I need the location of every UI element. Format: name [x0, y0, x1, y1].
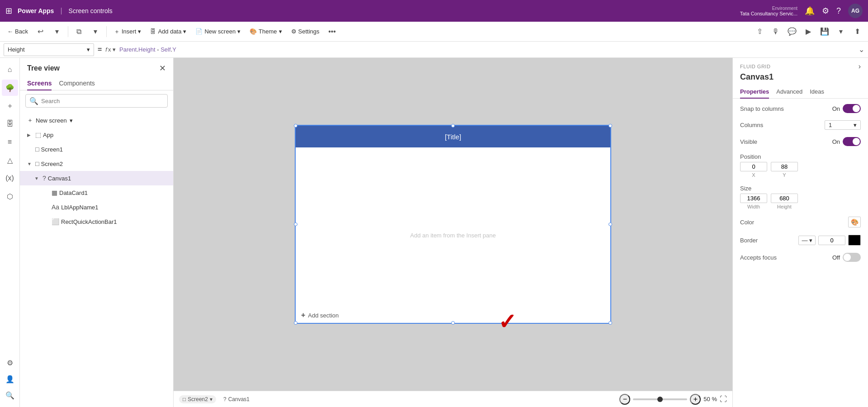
right-tab-advanced[interactable]: Advanced	[776, 85, 802, 99]
tab-components[interactable]: Components	[59, 77, 94, 90]
app-title: Power Apps	[18, 7, 54, 14]
search-input[interactable]	[41, 98, 164, 104]
avatar[interactable]: AG	[848, 4, 863, 18]
data-icon-btn[interactable]: 🗄	[2, 116, 18, 132]
screen-badge[interactable]: □ Screen2 ▾	[179, 395, 216, 403]
tree-item-screen2[interactable]: ▼ □ Screen2	[20, 156, 173, 171]
share-button[interactable]: ⇧	[752, 24, 767, 39]
tree-item-app[interactable]: ▶ ⬚ App	[20, 128, 173, 142]
handle-tr[interactable]	[609, 124, 612, 128]
size-inputs	[740, 194, 861, 203]
zoom-in-button[interactable]: +	[690, 394, 701, 405]
formula-expand-icon[interactable]: ⌄	[859, 45, 864, 54]
undo-button[interactable]: ↩	[33, 24, 48, 39]
prop-snap-to-columns: Snap to columns On	[740, 104, 861, 113]
copy-button[interactable]: ⧉	[72, 24, 86, 39]
toolbar-divider-1	[68, 26, 68, 37]
mic-button[interactable]: 🎙	[769, 24, 783, 39]
right-panel-expand-icon[interactable]: ›	[859, 62, 861, 71]
insert-icon-btn[interactable]: ＋	[2, 98, 18, 114]
visible-label: Visible	[740, 138, 757, 145]
tree-item-screen1[interactable]: □ Screen1	[20, 142, 173, 156]
media-icon-btn[interactable]: △	[2, 152, 18, 168]
zoom-slider[interactable]	[633, 398, 687, 400]
accepts-focus-toggle[interactable]	[843, 253, 861, 262]
back-button[interactable]: ← Back	[4, 26, 32, 37]
theme-icon: 🎨	[250, 28, 257, 35]
columns-label: Columns	[740, 122, 763, 128]
border-label: Border	[740, 237, 758, 244]
screen2-expand-icon: ▼	[27, 161, 33, 166]
rect1-icon: ⬜	[52, 218, 59, 225]
toolbar: ← Back ↩ ▾ ⧉ ▾ ＋ Insert ▾ 🗄 Add data ▾ 📄…	[0, 22, 868, 42]
canvas-question-icon: ?	[223, 396, 226, 402]
more-button[interactable]: •••	[325, 24, 340, 39]
handle-tl[interactable]	[294, 124, 297, 128]
new-screen-chevron-icon: ▾	[70, 117, 73, 124]
new-screen-button[interactable]: 📄 New screen ▾	[192, 26, 244, 37]
canvas-title-bar: [Title]	[296, 126, 610, 147]
add-data-button[interactable]: 🗄 Add data ▾	[146, 26, 190, 37]
copy-dropdown[interactable]: ▾	[88, 24, 103, 39]
settings-button[interactable]: ⚙ Settings	[288, 26, 323, 37]
rect1-label: RectQuickActionBar1	[61, 218, 166, 225]
help-icon[interactable]: ?	[836, 6, 841, 16]
size-height-input[interactable]	[771, 194, 798, 203]
new-screen-icon: 📄	[195, 28, 203, 35]
canvas-frame[interactable]: [Title] Add an item from the Insert pane…	[295, 125, 611, 324]
property-select[interactable]: Height ▾	[4, 43, 94, 56]
tree-panel-close-icon[interactable]: ✕	[159, 63, 166, 73]
position-sublabels: X Y	[740, 172, 861, 178]
right-tab-properties[interactable]: Properties	[740, 85, 769, 99]
fullscreen-icon[interactable]: ⛶	[720, 395, 727, 403]
border-style-select[interactable]: — ▾	[798, 236, 816, 245]
size-width-input[interactable]	[740, 194, 767, 203]
tree-item-datacard1[interactable]: ▦ DataCard1	[20, 185, 173, 200]
tree-body: ＋ New screen ▾ ▶ ⬚ App □ Screen1 ▼ □ Scr…	[20, 111, 173, 407]
search-sidebar-btn[interactable]: 🔍	[2, 387, 18, 403]
publish-button[interactable]: ⬆	[850, 24, 864, 39]
border-color-swatch[interactable]	[848, 235, 861, 246]
insert-button[interactable]: ＋ Insert ▾	[110, 26, 145, 38]
position-x-input[interactable]	[740, 162, 767, 171]
components-icon-btn[interactable]: ⬡	[2, 188, 18, 204]
add-section-btn[interactable]: + Add section	[296, 308, 344, 323]
canvas-badge[interactable]: ? Canvas1	[220, 395, 253, 403]
new-screen-label: New screen	[36, 117, 67, 124]
home-icon-btn[interactable]: ⌂	[2, 62, 18, 78]
settings-icon[interactable]: ⚙	[822, 6, 829, 16]
notifications-icon[interactable]: 🔔	[805, 6, 815, 16]
user-sidebar-btn[interactable]: 👤	[2, 371, 18, 387]
visible-control: On	[832, 137, 861, 146]
snap-to-columns-toggle[interactable]	[843, 104, 861, 113]
visible-value: On	[832, 138, 840, 145]
variables-icon-btn[interactable]: ≡	[2, 134, 18, 150]
theme-button[interactable]: 🎨 Theme ▾	[246, 26, 285, 37]
color-swatch[interactable]: 🎨	[848, 217, 861, 227]
visible-toggle[interactable]	[843, 137, 861, 146]
position-y-input[interactable]	[771, 162, 798, 171]
canvas-area: [Title] Add an item from the Insert pane…	[174, 58, 732, 407]
border-value-input[interactable]	[818, 236, 845, 245]
code-icon-btn[interactable]: (x)	[2, 170, 18, 186]
comment-button[interactable]: 💬	[785, 24, 799, 39]
tab-screens[interactable]: Screens	[27, 77, 52, 90]
canvas-workspace[interactable]: [Title] Add an item from the Insert pane…	[174, 58, 732, 391]
save-button[interactable]: 💾	[817, 24, 832, 39]
border-controls: — ▾	[798, 235, 861, 246]
save-chevron[interactable]: ▾	[834, 24, 848, 39]
tree-item-lblappname1[interactable]: Aa LblAppName1	[20, 200, 173, 214]
handle-tm[interactable]	[451, 124, 455, 128]
tree-item-rectquickactionbar1[interactable]: ⬜ RectQuickActionBar1	[20, 214, 173, 229]
equals-sign: =	[98, 46, 102, 54]
tree-item-canvas1[interactable]: ▼ ? Canvas1 •••	[20, 171, 173, 185]
zoom-out-button[interactable]: −	[619, 394, 630, 405]
grid-icon[interactable]: ⊞	[5, 6, 12, 16]
tree-view-icon-btn[interactable]: 🌳	[2, 80, 18, 96]
settings-sidebar-btn[interactable]: ⚙	[2, 355, 18, 371]
undo-dropdown[interactable]: ▾	[50, 24, 64, 39]
new-screen-btn[interactable]: ＋ New screen ▾	[20, 113, 173, 128]
play-button[interactable]: ▶	[801, 24, 816, 39]
columns-select[interactable]: 1 ▾	[825, 120, 861, 130]
right-tab-ideas[interactable]: Ideas	[810, 85, 824, 99]
